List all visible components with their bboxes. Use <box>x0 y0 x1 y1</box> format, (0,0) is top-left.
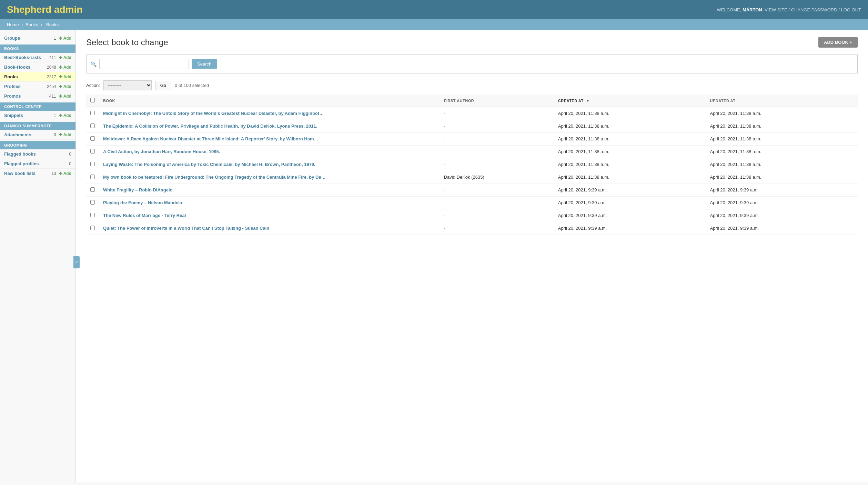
sidebar-add-book-hooks[interactable]: ✚ Add <box>59 65 71 70</box>
book-link[interactable]: My own book to be featured: Fire Undergr… <box>103 175 326 180</box>
sidebar-item-best-books-lists[interactable]: Best-Books-Lists 411 ✚ Add <box>0 53 75 62</box>
action-select[interactable]: --------- <box>103 80 152 90</box>
row-book: Playing the Enemy – Nelson Mandela <box>99 197 440 209</box>
book-link[interactable]: White Fragility – Robin DiAngelo <box>103 187 173 192</box>
row-checkbox[interactable] <box>90 187 95 192</box>
sidebar-count-snippets: 1 <box>54 113 56 118</box>
table-row: A Civil Action, by Jonathan Harr, Random… <box>86 146 858 158</box>
row-checkbox-cell[interactable] <box>86 171 99 184</box>
book-link[interactable]: Meltdown: A Race Against Nuclear Disaste… <box>103 136 318 141</box>
row-updated-at: April 20, 2021, 9:39 a.m. <box>706 197 858 209</box>
sidebar-link-groups[interactable]: Groups <box>4 36 20 41</box>
row-checkbox[interactable] <box>90 226 95 230</box>
row-checkbox[interactable] <box>90 136 95 141</box>
row-checkbox[interactable] <box>90 200 95 205</box>
row-book: My own book to be featured: Fire Undergr… <box>99 171 440 184</box>
log-out-link[interactable]: LOG OUT <box>841 7 861 12</box>
sidebar-add-profiles[interactable]: ✚ Add <box>59 84 71 89</box>
sidebar-add-groups[interactable]: ✚ Add <box>59 36 71 41</box>
view-site-link[interactable]: VIEW SITE <box>765 7 787 12</box>
table-row: The Epidemic: A Collision of Power, Priv… <box>86 120 858 133</box>
search-input[interactable] <box>99 59 189 69</box>
row-checkbox-cell[interactable] <box>86 120 99 133</box>
sidebar-count-attachments: 0 <box>54 132 56 137</box>
sidebar-add-raw-book-lists[interactable]: ✚ Add <box>59 171 71 176</box>
select-all-checkbox[interactable] <box>90 98 95 102</box>
sidebar-item-flagged-profiles[interactable]: Flagged profiles 0 <box>0 159 75 169</box>
sidebar-item-flagged-books[interactable]: Flagged books 0 <box>0 149 75 159</box>
sort-arrow-created: ▼ <box>586 99 589 103</box>
book-link[interactable]: Quiet: The Power of Introverts in a Worl… <box>103 226 269 231</box>
row-first-author: - <box>440 158 554 171</box>
sidebar-item-snippets[interactable]: Snippets 1 ✚ Add <box>0 111 75 120</box>
book-link[interactable]: Midnight in Chernobyl: The Untold Story … <box>103 111 324 116</box>
sidebar: « Groups 1 ✚ Add BOOKS Best-Books-Lists <box>0 30 76 482</box>
row-first-author: - <box>440 133 554 146</box>
table-th-book: BOOK <box>99 95 440 107</box>
sidebar-link-attachments[interactable]: Attachments <box>4 132 31 137</box>
book-link[interactable]: Laying Waste: The Poisoning of America b… <box>103 162 315 167</box>
sidebar-item-books[interactable]: Books 2317 ✚ Add <box>0 72 75 82</box>
row-checkbox-cell[interactable] <box>86 222 99 235</box>
row-book: White Fragility – Robin DiAngelo <box>99 184 440 197</box>
sidebar-link-raw-book-lists[interactable]: Raw book lists <box>4 171 36 176</box>
sidebar-count-flagged-profiles: 0 <box>69 161 71 166</box>
sidebar-add-attachments[interactable]: ✚ Add <box>59 132 71 137</box>
row-checkbox[interactable] <box>90 175 95 179</box>
sidebar-link-promos[interactable]: Promos <box>4 93 21 99</box>
table-row: Laying Waste: The Poisoning of America b… <box>86 158 858 171</box>
sidebar-item-attachments[interactable]: Attachments 0 ✚ Add <box>0 130 75 140</box>
main-content: Select book to change ADD BOOK + 🔍 Searc… <box>76 30 868 482</box>
sidebar-add-snippets[interactable]: ✚ Add <box>59 113 71 118</box>
sidebar-link-book-hooks[interactable]: Book-Hooks <box>4 65 31 70</box>
sidebar-link-profiles[interactable]: Profiles <box>4 84 21 89</box>
sidebar-item-profiles[interactable]: Profiles 2454 ✚ Add <box>0 82 75 91</box>
sidebar-item-book-hooks[interactable]: Book-Hooks 2048 ✚ Add <box>0 62 75 72</box>
row-checkbox-cell[interactable] <box>86 197 99 209</box>
breadcrumb-books-section[interactable]: Books <box>26 22 38 27</box>
sidebar-count-promos: 411 <box>49 94 56 99</box>
row-checkbox[interactable] <box>90 162 95 166</box>
breadcrumb-home[interactable]: Home <box>7 22 19 27</box>
sidebar-section-books: BOOKS Best-Books-Lists 411 ✚ Add Book-Ho… <box>0 44 75 101</box>
book-link[interactable]: A Civil Action, by Jonathan Harr, Random… <box>103 149 220 154</box>
sidebar-add-best-books-lists[interactable]: ✚ Add <box>59 55 71 60</box>
table-th-updated-at: UPDATED AT <box>706 95 858 107</box>
row-checkbox-cell[interactable] <box>86 133 99 146</box>
sidebar-toggle[interactable]: « <box>73 256 80 268</box>
table-th-created-at[interactable]: CREATED AT ▼ <box>554 95 706 107</box>
sidebar-link-books[interactable]: Books <box>4 74 18 79</box>
row-checkbox-cell[interactable] <box>86 209 99 222</box>
sidebar-count-book-hooks: 2048 <box>47 65 56 70</box>
site-title[interactable]: Shepherd admin <box>7 4 82 15</box>
action-go-button[interactable]: Go <box>155 81 171 90</box>
row-checkbox-cell[interactable] <box>86 184 99 197</box>
row-checkbox-cell[interactable] <box>86 107 99 120</box>
row-book: Meltdown: A Race Against Nuclear Disaste… <box>99 133 440 146</box>
sidebar-item-groups[interactable]: Groups 1 ✚ Add <box>0 33 75 43</box>
book-link[interactable]: The Epidemic: A Collision of Power, Priv… <box>103 123 317 129</box>
add-book-button[interactable]: ADD BOOK + <box>818 37 858 48</box>
row-checkbox[interactable] <box>90 213 95 217</box>
row-checkbox-cell[interactable] <box>86 158 99 171</box>
sidebar-link-flagged-profiles[interactable]: Flagged profiles <box>4 161 39 166</box>
search-button[interactable]: Search <box>192 59 217 69</box>
sidebar-item-raw-book-lists[interactable]: Raw book lists 13 ✚ Add <box>0 169 75 178</box>
row-checkbox[interactable] <box>90 123 95 128</box>
sidebar-add-promos[interactable]: ✚ Add <box>59 94 71 99</box>
sidebar-link-flagged-books[interactable]: Flagged books <box>4 151 36 157</box>
table-th-first-author: FIRST AUTHOR <box>440 95 554 107</box>
sidebar-link-snippets[interactable]: Snippets <box>4 113 23 118</box>
table-row: Meltdown: A Race Against Nuclear Disaste… <box>86 133 858 146</box>
sidebar-add-books[interactable]: ✚ Add <box>59 75 71 79</box>
row-first-author: - <box>440 209 554 222</box>
row-checkbox[interactable] <box>90 111 95 115</box>
book-link[interactable]: The New Rules of Marriage - Terry Real <box>103 213 186 218</box>
sidebar-link-best-books-lists[interactable]: Best-Books-Lists <box>4 55 41 60</box>
row-checkbox[interactable] <box>90 149 95 154</box>
sidebar-item-promos[interactable]: Promos 411 ✚ Add <box>0 91 75 101</box>
table-th-select-all[interactable] <box>86 95 99 107</box>
change-password-link[interactable]: CHANGE PASSWORD <box>791 7 837 12</box>
row-checkbox-cell[interactable] <box>86 146 99 158</box>
book-link[interactable]: Playing the Enemy – Nelson Mandela <box>103 200 182 205</box>
